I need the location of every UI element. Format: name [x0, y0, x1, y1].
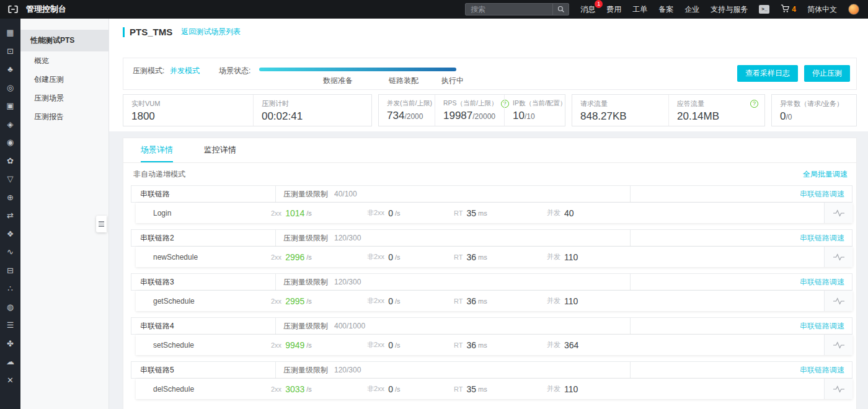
rail-cluster-icon[interactable]: ∴: [0, 279, 20, 298]
rail-dns-icon[interactable]: ◍: [0, 298, 20, 317]
cloudshell-icon[interactable]: >_: [759, 5, 769, 14]
rt-value: 36: [466, 340, 476, 350]
rail-gear-icon[interactable]: ✿: [0, 152, 20, 170]
rail-workbench-icon[interactable]: ♣: [0, 60, 20, 79]
rail-node-icon[interactable]: ❖: [0, 225, 20, 244]
serial-link-name: 串联链路2: [131, 230, 276, 246]
unit-ms: ms: [478, 209, 487, 217]
rps-value: 1014: [285, 208, 304, 218]
cart-button[interactable]: 4: [781, 4, 796, 15]
language-switcher[interactable]: 简体中文: [807, 4, 837, 15]
api-row[interactable]: Login 2xx1014/s 非2xx0/s RT35ms 并发40: [136, 203, 852, 223]
topbar-nav-enterprise[interactable]: 企业: [684, 4, 699, 15]
user-avatar[interactable]: [848, 4, 859, 15]
rail-media-icon[interactable]: ⊟: [0, 262, 20, 280]
col-2xx: 2xx: [271, 253, 281, 261]
limit-label: 压测量级限制: [283, 277, 328, 288]
rail-shield-icon[interactable]: ▣: [0, 97, 20, 115]
console-title[interactable]: 管理控制台: [26, 4, 66, 15]
topbar-nav-messages[interactable]: 消息 1: [580, 4, 595, 15]
scene-detail-card: 场景详情 监控详情 非自动递增模式 全局批量调速 串联链路 压测量级限制 40/…: [123, 138, 857, 409]
topbar-nav-support[interactable]: 支持与服务: [711, 4, 748, 15]
sidebar-item-test-scenes[interactable]: 压测场景: [20, 89, 108, 107]
global-batch-tune-link[interactable]: 全局批量调速: [803, 169, 848, 180]
response-traffic-help-icon[interactable]: ?: [750, 100, 758, 108]
rail-list-icon[interactable]: ☰: [0, 316, 20, 335]
limit-value: 120/300: [334, 366, 361, 374]
sampler-pulse-icon[interactable]: [824, 203, 852, 223]
rail-security-icon[interactable]: ◈: [0, 115, 20, 134]
api-row[interactable]: setSchedule 2xx9949/s 非2xx0/s RT36ms 并发3…: [136, 335, 852, 355]
rail-protect-icon[interactable]: ◉: [0, 133, 20, 152]
metric-concurrency: 并发(当前/上限) 734/2000: [379, 95, 435, 126]
limit-label: 压测量级限制: [283, 233, 328, 244]
api-row[interactable]: newSchedule 2xx2996/s 非2xx0/s RT36ms 并发1…: [136, 247, 852, 267]
rt-value: 36: [466, 252, 476, 262]
limit-value: 120/300: [334, 278, 361, 286]
col-2xx: 2xx: [271, 209, 281, 217]
serial-link-tune-link[interactable]: 串联链路调速: [800, 233, 844, 244]
sampler-pulse-icon[interactable]: [824, 247, 852, 267]
sidebar-collapse-handle[interactable]: [96, 216, 107, 232]
limit-label: 压测量级限制: [283, 365, 328, 376]
limit-value: 120/300: [334, 234, 361, 242]
sampler-pulse-icon[interactable]: [824, 291, 852, 311]
sidebar-item-test-reports[interactable]: 压测报告: [20, 107, 108, 126]
sidebar-item-create-test[interactable]: 创建压测: [20, 70, 108, 89]
serial-link-tune-link[interactable]: 串联链路调速: [800, 365, 844, 376]
topbar-nav-tickets[interactable]: 工单: [632, 4, 647, 15]
test-mode-value[interactable]: 并发模式: [170, 66, 200, 76]
topbar-nav-icp[interactable]: 备案: [658, 4, 673, 15]
message-badge: 1: [595, 0, 603, 8]
alibaba-cloud-logo[interactable]: [6, 2, 20, 16]
rps-value: 3033: [285, 384, 304, 394]
rail-tools-icon[interactable]: ✕: [0, 371, 20, 390]
rail-apps-grid-icon[interactable]: ▦: [0, 24, 20, 42]
rail-paw-icon[interactable]: ✤: [0, 335, 20, 353]
rps-value: 2996: [285, 252, 304, 262]
tab-scene-detail[interactable]: 场景详情: [141, 138, 173, 162]
tab-monitor-detail[interactable]: 监控详情: [204, 138, 236, 162]
rail-select-region-icon[interactable]: ⊡: [0, 42, 20, 61]
stage-executing: 执行中: [441, 76, 464, 86]
scene-state-label: 场景状态:: [219, 66, 250, 76]
sidebar-item-overview[interactable]: 概览: [20, 51, 108, 70]
col-concurrency: 并发: [547, 208, 560, 218]
api-row[interactable]: getSchedule 2xx2995/s 非2xx0/s RT36ms 并发1…: [136, 291, 852, 311]
back-to-scene-list-link[interactable]: 返回测试场景列表: [181, 27, 241, 37]
stage-link-assembly: 链路装配: [389, 76, 418, 86]
col-2xx: 2xx: [271, 385, 281, 393]
stop-test-button[interactable]: 停止压测: [804, 65, 850, 82]
concurrency-value: 364: [564, 340, 578, 350]
sampler-pulse-icon[interactable]: [824, 379, 852, 399]
rail-globe-icon[interactable]: ⊕: [0, 188, 20, 207]
rail-target-icon[interactable]: ◎: [0, 79, 20, 97]
search-icon[interactable]: [552, 4, 569, 15]
view-sampling-log-button[interactable]: 查看采样日志: [737, 65, 798, 82]
unit-per-s: /s: [306, 209, 312, 217]
rt-value: 35: [466, 208, 476, 218]
topbar-search: [465, 3, 569, 15]
rail-wave-icon[interactable]: ∿: [0, 243, 20, 262]
serial-link-group-1: 串联链路 压测量级限制 40/100 串联链路调速 Login 2xx1014/…: [131, 185, 852, 223]
serial-link-group-2: 串联链路2 压测量级限制 120/300 串联链路调速 newSchedule …: [131, 229, 852, 267]
rail-transfer-icon[interactable]: ⇄: [0, 206, 20, 225]
unit-per-s: /s: [306, 297, 312, 305]
sampler-pulse-icon[interactable]: [824, 335, 852, 355]
serial-link-tune-link[interactable]: 串联链路调速: [800, 277, 844, 288]
rail-funnel-icon[interactable]: ▽: [0, 170, 20, 188]
topbar-nav-billing[interactable]: 费用: [606, 4, 621, 15]
serial-link-tune-link[interactable]: 串联链路调速: [800, 321, 844, 332]
rail-cloud-icon[interactable]: ☁: [0, 353, 20, 371]
serial-link-tune-link[interactable]: 串联链路调速: [800, 189, 844, 200]
rt-value: 35: [466, 384, 476, 394]
search-input[interactable]: [466, 5, 552, 14]
sidebar-product-title[interactable]: 性能测试PTS: [20, 30, 108, 51]
concurrency-value: 110: [564, 384, 578, 394]
unit-per-s: /s: [395, 385, 401, 393]
test-mode-label: 压测模式:: [133, 66, 164, 76]
api-row[interactable]: delSchedule 2xx3033/s 非2xx0/s RT35ms 并发1…: [136, 379, 852, 399]
err-value: 0: [388, 208, 393, 218]
err-value: 0: [388, 252, 393, 262]
scene-progress-bar: [259, 68, 456, 71]
